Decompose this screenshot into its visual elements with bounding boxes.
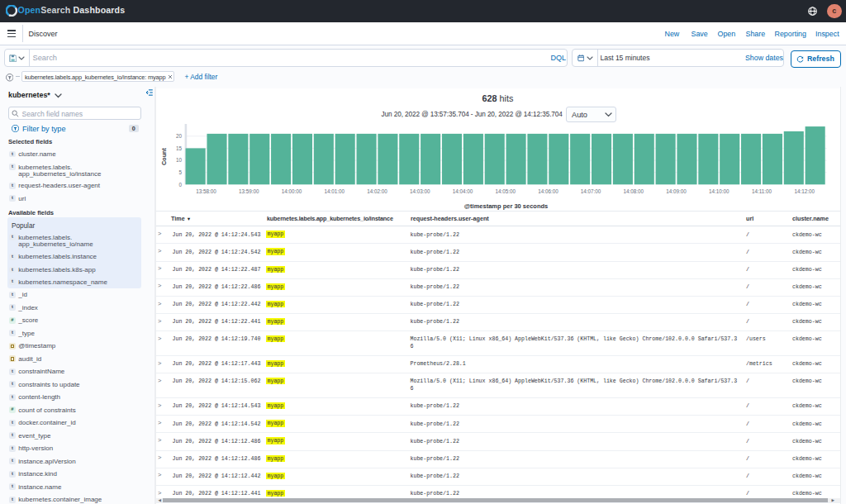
- svg-text:14:01:00: 14:01:00: [325, 188, 345, 194]
- svg-text:0: 0: [178, 182, 182, 188]
- svg-text:13:58:00: 13:58:00: [196, 188, 216, 194]
- svg-text:13:59:00: 13:59:00: [239, 188, 259, 194]
- svg-text:20: 20: [176, 133, 183, 139]
- svg-text:14:07:00: 14:07:00: [581, 188, 601, 194]
- svg-text:14:08:00: 14:08:00: [624, 188, 644, 194]
- svg-text:14:06:00: 14:06:00: [538, 188, 558, 194]
- svg-text:14:12:00: 14:12:00: [794, 188, 815, 194]
- svg-text:10: 10: [176, 157, 183, 163]
- svg-text:14:02:00: 14:02:00: [367, 188, 387, 194]
- svg-text:14:09:00: 14:09:00: [666, 188, 687, 194]
- svg-text:14:05:00: 14:05:00: [495, 188, 516, 194]
- svg-text:14:00:00: 14:00:00: [282, 188, 302, 194]
- svg-text:14:11:00: 14:11:00: [752, 188, 772, 194]
- svg-text:15: 15: [176, 145, 183, 151]
- svg-text:14:04:00: 14:04:00: [453, 188, 473, 194]
- svg-text:14:10:00: 14:10:00: [709, 188, 730, 194]
- svg-text:5: 5: [178, 169, 182, 175]
- svg-text:14:03:00: 14:03:00: [410, 188, 430, 194]
